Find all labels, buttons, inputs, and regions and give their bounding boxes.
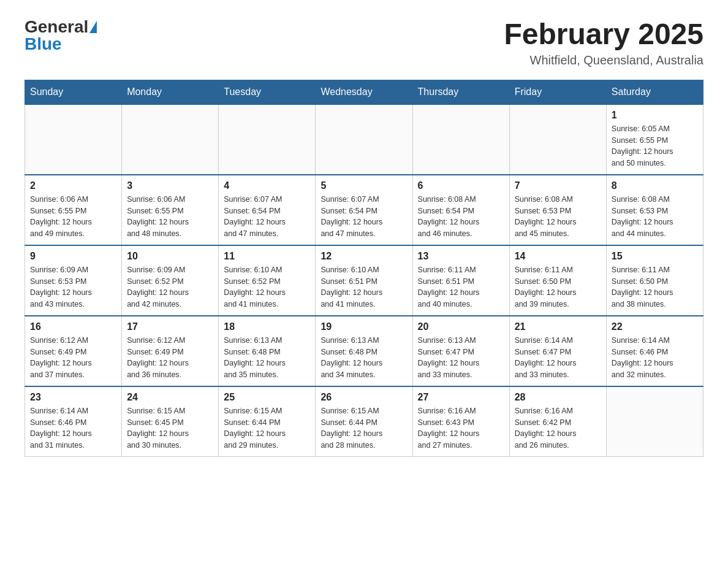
day-number: 27	[418, 392, 504, 403]
day-number: 9	[30, 251, 116, 262]
day-number: 16	[30, 321, 116, 332]
page-header: General Blue February 2025 Whitfield, Qu…	[25, 18, 703, 67]
header-saturday: Saturday	[606, 80, 703, 104]
day-cell	[25, 104, 122, 175]
day-number: 21	[515, 321, 601, 332]
logo: General Blue	[25, 18, 97, 53]
day-number: 4	[224, 180, 310, 191]
day-info: Sunrise: 6:08 AMSunset: 6:53 PMDaylight:…	[612, 194, 698, 240]
day-cell: 4Sunrise: 6:07 AMSunset: 6:54 PMDaylight…	[219, 175, 316, 245]
day-cell: 24Sunrise: 6:15 AMSunset: 6:45 PMDayligh…	[122, 386, 219, 457]
day-number: 3	[127, 180, 213, 191]
day-cell: 17Sunrise: 6:12 AMSunset: 6:49 PMDayligh…	[122, 316, 219, 386]
header-thursday: Thursday	[412, 80, 509, 104]
day-cell: 14Sunrise: 6:11 AMSunset: 6:50 PMDayligh…	[509, 245, 606, 316]
header-wednesday: Wednesday	[316, 80, 412, 104]
day-number: 18	[224, 321, 310, 332]
day-info: Sunrise: 6:15 AMSunset: 6:44 PMDaylight:…	[320, 405, 407, 451]
day-number: 12	[320, 251, 407, 262]
day-cell: 11Sunrise: 6:10 AMSunset: 6:52 PMDayligh…	[219, 245, 316, 316]
day-cell	[606, 386, 703, 457]
day-info: Sunrise: 6:16 AMSunset: 6:43 PMDaylight:…	[418, 405, 504, 451]
week-row-3: 9Sunrise: 6:09 AMSunset: 6:53 PMDaylight…	[25, 245, 703, 316]
day-number: 22	[612, 321, 698, 332]
day-number: 26	[320, 392, 407, 403]
location-text: Whitfield, Queensland, Australia	[504, 53, 703, 67]
day-cell: 20Sunrise: 6:13 AMSunset: 6:47 PMDayligh…	[412, 316, 509, 386]
day-info: Sunrise: 6:08 AMSunset: 6:53 PMDaylight:…	[515, 194, 601, 240]
day-info: Sunrise: 6:07 AMSunset: 6:54 PMDaylight:…	[224, 194, 310, 240]
day-info: Sunrise: 6:12 AMSunset: 6:49 PMDaylight:…	[30, 335, 116, 381]
day-info: Sunrise: 6:14 AMSunset: 6:47 PMDaylight:…	[515, 335, 601, 381]
day-cell: 26Sunrise: 6:15 AMSunset: 6:44 PMDayligh…	[316, 386, 412, 457]
calendar-header-row: SundayMondayTuesdayWednesdayThursdayFrid…	[25, 80, 703, 104]
day-info: Sunrise: 6:16 AMSunset: 6:42 PMDaylight:…	[515, 405, 601, 451]
week-row-5: 23Sunrise: 6:14 AMSunset: 6:46 PMDayligh…	[25, 386, 703, 457]
day-number: 13	[418, 251, 504, 262]
day-info: Sunrise: 6:05 AMSunset: 6:55 PMDaylight:…	[612, 123, 698, 169]
day-cell: 5Sunrise: 6:07 AMSunset: 6:54 PMDaylight…	[316, 175, 412, 245]
day-cell	[412, 104, 509, 175]
day-info: Sunrise: 6:10 AMSunset: 6:51 PMDaylight:…	[320, 264, 407, 310]
day-number: 17	[127, 321, 213, 332]
day-cell: 18Sunrise: 6:13 AMSunset: 6:48 PMDayligh…	[219, 316, 316, 386]
day-info: Sunrise: 6:14 AMSunset: 6:46 PMDaylight:…	[30, 405, 116, 451]
day-number: 28	[515, 392, 601, 403]
day-cell: 3Sunrise: 6:06 AMSunset: 6:55 PMDaylight…	[122, 175, 219, 245]
day-info: Sunrise: 6:11 AMSunset: 6:50 PMDaylight:…	[612, 264, 698, 310]
day-info: Sunrise: 6:11 AMSunset: 6:51 PMDaylight:…	[418, 264, 504, 310]
week-row-1: 1Sunrise: 6:05 AMSunset: 6:55 PMDaylight…	[25, 104, 703, 175]
day-info: Sunrise: 6:13 AMSunset: 6:48 PMDaylight:…	[224, 335, 310, 381]
day-cell: 22Sunrise: 6:14 AMSunset: 6:46 PMDayligh…	[606, 316, 703, 386]
day-cell: 6Sunrise: 6:08 AMSunset: 6:54 PMDaylight…	[412, 175, 509, 245]
day-number: 6	[418, 180, 504, 191]
day-cell: 28Sunrise: 6:16 AMSunset: 6:42 PMDayligh…	[509, 386, 606, 457]
title-section: February 2025 Whitfield, Queensland, Aus…	[504, 18, 703, 67]
day-number: 23	[30, 392, 116, 403]
day-cell: 16Sunrise: 6:12 AMSunset: 6:49 PMDayligh…	[25, 316, 122, 386]
day-info: Sunrise: 6:15 AMSunset: 6:44 PMDaylight:…	[224, 405, 310, 451]
day-number: 2	[30, 180, 116, 191]
week-row-2: 2Sunrise: 6:06 AMSunset: 6:55 PMDaylight…	[25, 175, 703, 245]
day-info: Sunrise: 6:13 AMSunset: 6:47 PMDaylight:…	[418, 335, 504, 381]
day-info: Sunrise: 6:15 AMSunset: 6:45 PMDaylight:…	[127, 405, 213, 451]
day-number: 19	[320, 321, 407, 332]
day-info: Sunrise: 6:14 AMSunset: 6:46 PMDaylight:…	[612, 335, 698, 381]
day-info: Sunrise: 6:09 AMSunset: 6:53 PMDaylight:…	[30, 264, 116, 310]
day-cell	[509, 104, 606, 175]
day-cell: 1Sunrise: 6:05 AMSunset: 6:55 PMDaylight…	[606, 104, 703, 175]
day-number: 20	[418, 321, 504, 332]
day-number: 11	[224, 251, 310, 262]
day-cell: 7Sunrise: 6:08 AMSunset: 6:53 PMDaylight…	[509, 175, 606, 245]
day-number: 25	[224, 392, 310, 403]
day-cell	[219, 104, 316, 175]
day-cell	[316, 104, 412, 175]
day-number: 1	[612, 110, 698, 121]
day-cell: 9Sunrise: 6:09 AMSunset: 6:53 PMDaylight…	[25, 245, 122, 316]
day-info: Sunrise: 6:12 AMSunset: 6:49 PMDaylight:…	[127, 335, 213, 381]
header-monday: Monday	[122, 80, 219, 104]
day-cell: 12Sunrise: 6:10 AMSunset: 6:51 PMDayligh…	[316, 245, 412, 316]
day-cell: 19Sunrise: 6:13 AMSunset: 6:48 PMDayligh…	[316, 316, 412, 386]
week-row-4: 16Sunrise: 6:12 AMSunset: 6:49 PMDayligh…	[25, 316, 703, 386]
day-cell: 27Sunrise: 6:16 AMSunset: 6:43 PMDayligh…	[412, 386, 509, 457]
day-info: Sunrise: 6:07 AMSunset: 6:54 PMDaylight:…	[320, 194, 407, 240]
day-number: 7	[515, 180, 601, 191]
day-info: Sunrise: 6:13 AMSunset: 6:48 PMDaylight:…	[320, 335, 407, 381]
day-number: 8	[612, 180, 698, 191]
day-cell: 21Sunrise: 6:14 AMSunset: 6:47 PMDayligh…	[509, 316, 606, 386]
day-info: Sunrise: 6:08 AMSunset: 6:54 PMDaylight:…	[418, 194, 504, 240]
day-number: 14	[515, 251, 601, 262]
day-cell: 13Sunrise: 6:11 AMSunset: 6:51 PMDayligh…	[412, 245, 509, 316]
logo-triangle-icon	[89, 21, 97, 33]
day-cell: 2Sunrise: 6:06 AMSunset: 6:55 PMDaylight…	[25, 175, 122, 245]
day-cell: 8Sunrise: 6:08 AMSunset: 6:53 PMDaylight…	[606, 175, 703, 245]
day-info: Sunrise: 6:09 AMSunset: 6:52 PMDaylight:…	[127, 264, 213, 310]
day-info: Sunrise: 6:06 AMSunset: 6:55 PMDaylight:…	[127, 194, 213, 240]
day-number: 10	[127, 251, 213, 262]
day-info: Sunrise: 6:11 AMSunset: 6:50 PMDaylight:…	[515, 264, 601, 310]
day-cell: 10Sunrise: 6:09 AMSunset: 6:52 PMDayligh…	[122, 245, 219, 316]
day-cell	[122, 104, 219, 175]
day-info: Sunrise: 6:10 AMSunset: 6:52 PMDaylight:…	[224, 264, 310, 310]
logo-general-text: General	[25, 18, 88, 36]
